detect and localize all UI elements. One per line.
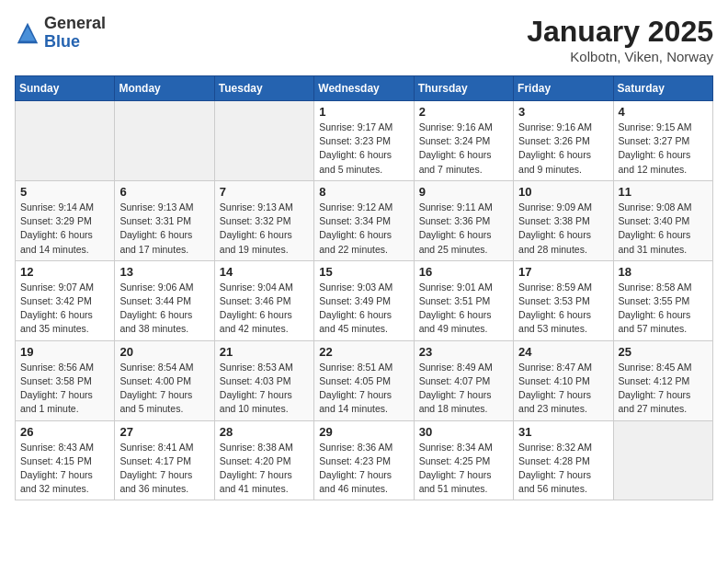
calendar-cell: 22Sunrise: 8:51 AM Sunset: 4:05 PM Dayli…: [314, 340, 414, 420]
calendar-cell: 9Sunrise: 9:11 AM Sunset: 3:36 PM Daylig…: [414, 180, 513, 260]
calendar-cell: [16, 101, 115, 181]
day-info: Sunrise: 9:16 AM Sunset: 3:24 PM Dayligh…: [419, 121, 508, 177]
calendar-cell: 23Sunrise: 8:49 AM Sunset: 4:07 PM Dayli…: [414, 340, 513, 420]
calendar-cell: 7Sunrise: 9:13 AM Sunset: 3:32 PM Daylig…: [214, 180, 313, 260]
calendar-cell: 4Sunrise: 9:15 AM Sunset: 3:27 PM Daylig…: [613, 101, 712, 181]
day-of-week-tuesday: Tuesday: [214, 76, 313, 101]
day-info: Sunrise: 8:45 AM Sunset: 4:12 PM Dayligh…: [619, 361, 708, 417]
day-number: 26: [20, 425, 109, 439]
day-number: 9: [419, 185, 508, 199]
day-info: Sunrise: 9:16 AM Sunset: 3:26 PM Dayligh…: [518, 121, 608, 177]
calendar-cell: 10Sunrise: 9:09 AM Sunset: 3:38 PM Dayli…: [514, 180, 613, 260]
calendar-cell: 27Sunrise: 8:41 AM Sunset: 4:17 PM Dayli…: [115, 420, 214, 500]
day-number: 11: [619, 185, 708, 199]
calendar-cell: 18Sunrise: 8:58 AM Sunset: 3:55 PM Dayli…: [613, 260, 712, 340]
week-row-1: 1Sunrise: 9:17 AM Sunset: 3:23 PM Daylig…: [16, 101, 713, 181]
week-row-3: 12Sunrise: 9:07 AM Sunset: 3:42 PM Dayli…: [16, 260, 713, 340]
calendar-cell: 6Sunrise: 9:13 AM Sunset: 3:31 PM Daylig…: [115, 180, 214, 260]
day-number: 24: [518, 345, 608, 359]
day-number: 14: [220, 265, 309, 279]
calendar-cell: 30Sunrise: 8:34 AM Sunset: 4:25 PM Dayli…: [414, 420, 513, 500]
day-of-week-monday: Monday: [115, 76, 214, 101]
day-number: 25: [619, 345, 708, 359]
day-number: 1: [319, 105, 408, 119]
calendar-cell: 17Sunrise: 8:59 AM Sunset: 3:53 PM Dayli…: [514, 260, 613, 340]
day-info: Sunrise: 8:38 AM Sunset: 4:20 PM Dayligh…: [220, 441, 309, 497]
days-of-week-row: SundayMondayTuesdayWednesdayThursdayFrid…: [16, 76, 713, 101]
calendar-cell: 21Sunrise: 8:53 AM Sunset: 4:03 PM Dayli…: [214, 340, 313, 420]
day-number: 3: [518, 105, 608, 119]
calendar-body: 1Sunrise: 9:17 AM Sunset: 3:23 PM Daylig…: [16, 101, 713, 500]
day-info: Sunrise: 8:49 AM Sunset: 4:07 PM Dayligh…: [419, 361, 508, 417]
calendar-cell: [613, 420, 712, 500]
calendar-cell: [214, 101, 313, 181]
day-of-week-thursday: Thursday: [414, 76, 513, 101]
logo: General Blue: [15, 15, 106, 52]
day-number: 18: [619, 265, 708, 279]
day-info: Sunrise: 9:11 AM Sunset: 3:36 PM Dayligh…: [419, 201, 508, 257]
calendar-cell: 20Sunrise: 8:54 AM Sunset: 4:00 PM Dayli…: [115, 340, 214, 420]
day-info: Sunrise: 8:34 AM Sunset: 4:25 PM Dayligh…: [419, 441, 508, 497]
calendar-cell: 13Sunrise: 9:06 AM Sunset: 3:44 PM Dayli…: [115, 260, 214, 340]
calendar-cell: 19Sunrise: 8:56 AM Sunset: 3:58 PM Dayli…: [16, 340, 115, 420]
day-number: 13: [119, 265, 209, 279]
day-number: 23: [419, 345, 508, 359]
calendar-cell: 1Sunrise: 9:17 AM Sunset: 3:23 PM Daylig…: [314, 101, 414, 181]
day-of-week-saturday: Saturday: [613, 76, 712, 101]
day-number: 10: [518, 185, 608, 199]
calendar-cell: 29Sunrise: 8:36 AM Sunset: 4:23 PM Dayli…: [314, 420, 414, 500]
calendar-cell: 12Sunrise: 9:07 AM Sunset: 3:42 PM Dayli…: [16, 260, 115, 340]
day-of-week-wednesday: Wednesday: [314, 76, 414, 101]
day-info: Sunrise: 9:13 AM Sunset: 3:32 PM Dayligh…: [220, 201, 309, 257]
day-info: Sunrise: 9:04 AM Sunset: 3:46 PM Dayligh…: [220, 281, 309, 337]
logo-text: General Blue: [44, 15, 106, 52]
calendar-cell: 26Sunrise: 8:43 AM Sunset: 4:15 PM Dayli…: [16, 420, 115, 500]
calendar-cell: 8Sunrise: 9:12 AM Sunset: 3:34 PM Daylig…: [314, 180, 414, 260]
day-info: Sunrise: 9:08 AM Sunset: 3:40 PM Dayligh…: [619, 201, 708, 257]
calendar-cell: 15Sunrise: 9:03 AM Sunset: 3:49 PM Dayli…: [314, 260, 414, 340]
day-number: 31: [518, 425, 608, 439]
title-block: January 2025 Kolbotn, Viken, Norway: [527, 15, 713, 64]
day-number: 21: [220, 345, 309, 359]
calendar-header: SundayMondayTuesdayWednesdayThursdayFrid…: [16, 76, 713, 101]
day-info: Sunrise: 8:54 AM Sunset: 4:00 PM Dayligh…: [119, 361, 209, 417]
day-info: Sunrise: 9:01 AM Sunset: 3:51 PM Dayligh…: [419, 281, 508, 337]
day-info: Sunrise: 9:14 AM Sunset: 3:29 PM Dayligh…: [20, 201, 109, 257]
page-title: January 2025: [527, 15, 713, 49]
day-info: Sunrise: 8:58 AM Sunset: 3:55 PM Dayligh…: [619, 281, 708, 337]
day-number: 6: [119, 185, 209, 199]
calendar-cell: 2Sunrise: 9:16 AM Sunset: 3:24 PM Daylig…: [414, 101, 513, 181]
calendar-cell: 31Sunrise: 8:32 AM Sunset: 4:28 PM Dayli…: [514, 420, 613, 500]
calendar-table: SundayMondayTuesdayWednesdayThursdayFrid…: [15, 75, 713, 500]
day-number: 17: [518, 265, 608, 279]
calendar-cell: 14Sunrise: 9:04 AM Sunset: 3:46 PM Dayli…: [214, 260, 313, 340]
calendar-cell: 5Sunrise: 9:14 AM Sunset: 3:29 PM Daylig…: [16, 180, 115, 260]
page-subtitle: Kolbotn, Viken, Norway: [527, 49, 713, 64]
day-info: Sunrise: 8:59 AM Sunset: 3:53 PM Dayligh…: [518, 281, 608, 337]
week-row-5: 26Sunrise: 8:43 AM Sunset: 4:15 PM Dayli…: [16, 420, 713, 500]
day-info: Sunrise: 8:41 AM Sunset: 4:17 PM Dayligh…: [119, 441, 209, 497]
day-number: 16: [419, 265, 508, 279]
day-number: 29: [319, 425, 408, 439]
day-number: 28: [220, 425, 309, 439]
day-number: 19: [20, 345, 109, 359]
calendar-cell: 11Sunrise: 9:08 AM Sunset: 3:40 PM Dayli…: [613, 180, 712, 260]
day-info: Sunrise: 9:07 AM Sunset: 3:42 PM Dayligh…: [20, 281, 109, 337]
day-info: Sunrise: 8:32 AM Sunset: 4:28 PM Dayligh…: [518, 441, 608, 497]
day-info: Sunrise: 9:12 AM Sunset: 3:34 PM Dayligh…: [319, 201, 408, 257]
day-info: Sunrise: 9:03 AM Sunset: 3:49 PM Dayligh…: [319, 281, 408, 337]
day-info: Sunrise: 8:36 AM Sunset: 4:23 PM Dayligh…: [319, 441, 408, 497]
day-number: 12: [20, 265, 109, 279]
calendar-cell: 25Sunrise: 8:45 AM Sunset: 4:12 PM Dayli…: [613, 340, 712, 420]
day-number: 8: [319, 185, 408, 199]
day-info: Sunrise: 8:53 AM Sunset: 4:03 PM Dayligh…: [220, 361, 309, 417]
calendar-cell: 24Sunrise: 8:47 AM Sunset: 4:10 PM Dayli…: [514, 340, 613, 420]
calendar-cell: [115, 101, 214, 181]
day-info: Sunrise: 9:13 AM Sunset: 3:31 PM Dayligh…: [119, 201, 209, 257]
day-of-week-friday: Friday: [514, 76, 613, 101]
day-info: Sunrise: 9:09 AM Sunset: 3:38 PM Dayligh…: [518, 201, 608, 257]
day-info: Sunrise: 8:47 AM Sunset: 4:10 PM Dayligh…: [518, 361, 608, 417]
day-number: 2: [419, 105, 508, 119]
day-number: 30: [419, 425, 508, 439]
calendar-cell: 3Sunrise: 9:16 AM Sunset: 3:26 PM Daylig…: [514, 101, 613, 181]
